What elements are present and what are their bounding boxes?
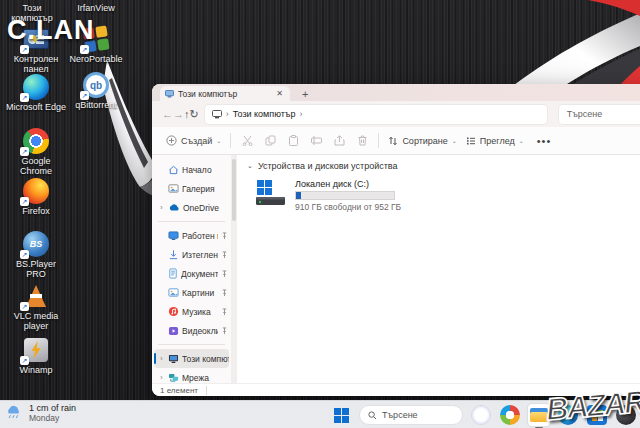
sidebar-item-this-pc[interactable]: › Този компютър bbox=[154, 349, 229, 368]
sidebar-item-label: Галерия bbox=[182, 184, 229, 194]
desktop-icon-edge[interactable]: ↗ Microsoft Edge bbox=[4, 74, 68, 112]
back-icon[interactable]: ← bbox=[162, 108, 173, 120]
desktop-icon-qbittorrent[interactable]: qb ↗ qBittorrent bbox=[64, 72, 128, 110]
share-icon[interactable] bbox=[332, 135, 346, 146]
pin-icon bbox=[221, 289, 229, 297]
desktop-icon-firefox[interactable]: ↗ Firefox bbox=[4, 178, 68, 216]
sidebar-item-label: Изтеглени фа bbox=[182, 250, 218, 260]
shortcut-arrow-icon: ↗ bbox=[80, 45, 89, 54]
desktop-icon-label: IrfanView bbox=[77, 3, 114, 13]
shortcut-arrow-icon: ↗ bbox=[20, 250, 29, 259]
cut-icon[interactable] bbox=[240, 135, 254, 146]
desktop-icon-bsplayer[interactable]: BS ↗ BS.Player PRO bbox=[4, 231, 68, 279]
files-pane: ⌄ Устройства и дискови устройства Локале… bbox=[237, 155, 640, 383]
tab-close-icon[interactable]: ✕ bbox=[274, 89, 285, 98]
sidebar-item-documents[interactable]: Документи bbox=[154, 264, 229, 283]
sidebar-item-label: Този компютър bbox=[182, 354, 229, 364]
drive-item[interactable]: Локален диск (C:) 910 ГБ свободни от 952… bbox=[255, 179, 638, 212]
chevron-down-icon: ⌄ bbox=[452, 137, 457, 144]
search-placeholder: Търсене bbox=[567, 109, 603, 119]
shortcut-arrow-icon: ↗ bbox=[20, 302, 29, 311]
shortcut-arrow-icon: ↗ bbox=[20, 197, 29, 206]
breadcrumb[interactable]: Този компютър bbox=[233, 109, 296, 119]
new-button[interactable]: Създай ⌄ bbox=[166, 135, 221, 146]
chevron-down-icon[interactable]: ⌄ bbox=[247, 162, 253, 170]
weather-widget[interactable]: 1 cm of rain Monday bbox=[6, 403, 76, 423]
this-pc-icon bbox=[168, 354, 179, 364]
drive-name: Локален диск (C:) bbox=[295, 179, 401, 189]
sort-button[interactable]: Сортиране ⌄ bbox=[388, 136, 456, 146]
chevron-right-icon[interactable]: › bbox=[226, 109, 229, 119]
desktop-icon-label: NeroPortable bbox=[69, 54, 122, 64]
desktop-icon-chrome[interactable]: ↗ Google Chrome bbox=[4, 128, 68, 176]
chevron-icon[interactable]: › bbox=[158, 355, 165, 362]
sidebar-scrollbar[interactable] bbox=[231, 155, 237, 383]
network-icon bbox=[168, 373, 179, 383]
computer-icon bbox=[212, 110, 222, 119]
gallery-icon bbox=[168, 183, 179, 194]
windows-logo-icon bbox=[334, 408, 349, 423]
explorer-search-input[interactable]: Търсене bbox=[559, 105, 640, 124]
pin-icon bbox=[221, 232, 229, 240]
sidebar-item-label: Музика bbox=[182, 307, 218, 317]
forward-icon[interactable]: → bbox=[173, 108, 184, 120]
sidebar-item-onedrive[interactable]: › OneDrive bbox=[154, 198, 229, 217]
delete-icon[interactable] bbox=[355, 135, 369, 146]
rename-icon[interactable] bbox=[309, 135, 323, 146]
drive-usage-bar bbox=[295, 191, 395, 200]
desktop-icon-label: BS.Player PRO bbox=[5, 259, 67, 279]
toolbar-divider bbox=[378, 133, 379, 148]
music-icon bbox=[168, 306, 179, 317]
view-button[interactable]: Преглед ⌄ bbox=[466, 136, 524, 146]
refresh-icon[interactable]: ↻ bbox=[190, 108, 199, 121]
photos-button[interactable] bbox=[499, 404, 521, 426]
scrollbar-thumb[interactable] bbox=[232, 159, 236, 221]
sidebar-item-label: Мрежа bbox=[182, 373, 229, 383]
sidebar-item-network[interactable]: › Мрежа bbox=[154, 368, 229, 387]
local-disk-icon bbox=[255, 179, 287, 207]
sidebar-item-gallery[interactable]: Галерия bbox=[154, 179, 229, 198]
computer-icon bbox=[165, 90, 174, 98]
plus-circle-icon bbox=[166, 135, 177, 146]
tab-this-pc[interactable]: Този компютър ✕ bbox=[160, 86, 290, 101]
chevron-icon[interactable]: › bbox=[158, 374, 165, 381]
sort-icon bbox=[388, 136, 398, 146]
new-button-label: Създай bbox=[181, 136, 212, 146]
address-bar[interactable]: › Този компютър › bbox=[205, 105, 547, 124]
shortcut-arrow-icon: ↗ bbox=[20, 147, 29, 156]
onedrive-cloud-icon bbox=[168, 203, 180, 212]
paste-icon[interactable] bbox=[286, 135, 300, 146]
drive-usage-fill bbox=[296, 192, 301, 199]
navigation-pane: Начало Галерия › OneDrive bbox=[152, 155, 231, 383]
desktop-icon-irfanview[interactable]: IrfanView bbox=[64, 1, 128, 13]
copy-icon[interactable] bbox=[263, 135, 277, 146]
watermark-bazar: BAZAR bbox=[544, 384, 640, 428]
pin-icon bbox=[221, 270, 229, 278]
desktop-folder-icon bbox=[168, 231, 179, 241]
sidebar-item-label: Картини bbox=[182, 288, 218, 298]
shortcut-arrow-icon: ↗ bbox=[20, 356, 29, 365]
sidebar-item-downloads[interactable]: Изтеглени фа bbox=[154, 245, 229, 264]
copilot-button[interactable] bbox=[470, 404, 492, 426]
watermark-clan: C.LAN bbox=[7, 15, 95, 46]
pictures-icon bbox=[168, 287, 179, 298]
new-tab-button[interactable]: + bbox=[302, 88, 308, 100]
photos-icon bbox=[500, 405, 520, 425]
chevron-right-icon[interactable]: › bbox=[299, 109, 302, 119]
taskbar-search-input[interactable]: Търсене bbox=[359, 405, 463, 425]
chevron-icon[interactable]: › bbox=[158, 204, 165, 211]
group-header[interactable]: ⌄ Устройства и дискови устройства bbox=[247, 161, 638, 171]
sidebar-item-desktop[interactable]: Работен плот bbox=[154, 226, 229, 245]
sidebar-item-music[interactable]: Музика bbox=[154, 302, 229, 321]
more-options-icon[interactable]: ••• bbox=[537, 135, 552, 147]
chevron-down-icon: ⌄ bbox=[519, 137, 524, 144]
sidebar-item-home[interactable]: Начало bbox=[154, 160, 229, 179]
home-icon bbox=[168, 164, 179, 175]
sidebar-item-videos[interactable]: Видеоклипове bbox=[154, 321, 229, 340]
sidebar-item-pictures[interactable]: Картини bbox=[154, 283, 229, 302]
file-explorer-window: Този компютър ✕ + ← → ↑ ↻ › Този компютъ… bbox=[152, 84, 640, 396]
start-button[interactable] bbox=[330, 404, 352, 426]
desktop-icon-vlc[interactable]: ↗ VLC media player bbox=[4, 283, 68, 331]
desktop-icon-winamp[interactable]: ↗ Winamp bbox=[4, 337, 68, 375]
weather-line2: Monday bbox=[29, 413, 76, 423]
